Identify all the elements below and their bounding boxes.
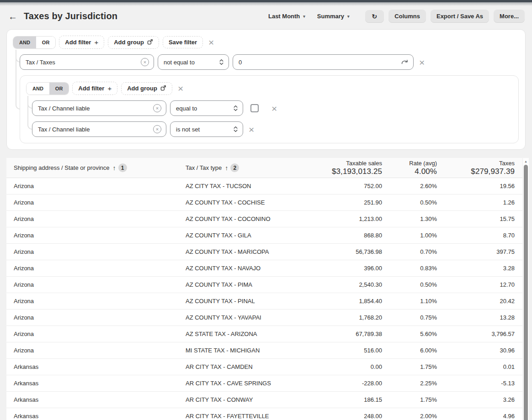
group-operator-toggle: AND OR <box>27 83 69 94</box>
clear-field-icon[interactable]: × <box>141 58 149 66</box>
remove-condition-icon[interactable]: × <box>417 58 426 67</box>
export-save-as-button[interactable]: Export / Save As <box>431 10 489 23</box>
vertical-scrollbar[interactable]: ▲ <box>522 158 529 420</box>
filter-operator-select[interactable]: equal to <box>170 100 243 116</box>
table-row[interactable]: Arizona AZ COUNTY TAX - YAVAPAI 1,768.20… <box>6 310 522 326</box>
table-row[interactable]: Arkansas AR CITY TAX - CONWAY 186.15 1.7… <box>6 392 522 408</box>
cell-taxes: 0.01 <box>437 363 515 370</box>
column-header-state[interactable]: Shipping address / State or province ↑ 1 <box>14 163 186 172</box>
cell-taxable-sales: -228.00 <box>309 380 382 387</box>
table-row[interactable]: Arkansas AR CITY TAX - FAYETTEVILLE 248.… <box>6 408 522 420</box>
table-row[interactable]: Arizona AZ COUNTY TAX - GILA 868.80 1.00… <box>6 227 522 244</box>
filter-field-input[interactable]: Tax / Channel liable × <box>32 121 166 137</box>
operator-and-button[interactable]: AND <box>27 83 49 94</box>
add-filter-button[interactable]: Add filter + <box>59 36 104 49</box>
operator-or-button[interactable]: OR <box>36 37 56 48</box>
column-total: $279,937.39 <box>437 167 515 176</box>
scroll-up-icon[interactable]: ▲ <box>523 158 529 164</box>
table-body: Arizona AZ CITY TAX - TUCSON 752.00 2.60… <box>6 178 522 420</box>
refresh-button[interactable]: ↻ <box>365 10 384 23</box>
cell-taxes: 3,796.57 <box>437 331 515 337</box>
add-group-icon <box>147 39 153 46</box>
table-row[interactable]: Arizona AZ CITY TAX - TUCSON 752.00 2.60… <box>6 178 522 194</box>
cell-rate: 1.10% <box>382 298 437 304</box>
columns-button[interactable]: Columns <box>388 10 426 23</box>
add-group-button[interactable]: Add group <box>121 82 172 95</box>
cell-taxes: 3.28 <box>437 265 515 272</box>
chevron-down-icon: ▾ <box>347 14 350 19</box>
filter-value-input[interactable]: 0 <box>233 54 414 70</box>
cell-tax-type: AR CITY TAX - CAVE SPRINGS <box>186 380 309 387</box>
view-mode-button[interactable]: Summary ▾ <box>314 10 353 22</box>
remove-condition-icon[interactable]: × <box>247 125 256 134</box>
revert-value-icon[interactable] <box>401 59 409 66</box>
plus-icon: + <box>94 38 98 46</box>
clear-field-icon[interactable]: × <box>153 125 161 133</box>
add-group-button[interactable]: Add group <box>108 36 159 49</box>
filter-operator-select[interactable]: is not set <box>170 121 243 137</box>
table-row[interactable]: Arkansas AR CITY TAX - CAVE SPRINGS -228… <box>6 375 522 392</box>
scrollbar-thumb[interactable] <box>524 165 528 420</box>
add-group-label: Add group <box>114 39 144 46</box>
column-header-rate[interactable]: Rate (avg) 4.00% <box>382 160 437 176</box>
add-filter-button[interactable]: Add filter + <box>72 82 117 95</box>
cell-state: Arizona <box>14 199 186 206</box>
table-row[interactable]: Arizona AZ COUNTY TAX - NAVAJO 396.00 0.… <box>6 260 522 277</box>
column-label: Taxable sales <box>309 160 382 167</box>
filter-condition-row: Tax / Channel liable × equal to × <box>32 100 512 116</box>
save-filter-button[interactable]: Save filter <box>163 36 203 48</box>
table-row[interactable]: Arizona AZ COUNTY TAX - MARICOPA 56,736.… <box>6 244 522 260</box>
remove-all-filters-icon[interactable]: × <box>207 37 216 47</box>
remove-group-icon[interactable]: × <box>176 84 185 93</box>
cell-taxable-sales: 752.00 <box>309 183 382 189</box>
cell-state: Arizona <box>14 331 186 337</box>
column-header-taxable-sales[interactable]: Taxable sales $3,193,013.25 <box>309 160 382 176</box>
date-range-button[interactable]: Last Month ▾ <box>265 10 309 22</box>
cell-tax-type: AR CITY TAX - CONWAY <box>186 396 309 403</box>
cell-taxes: 8.70 <box>437 232 515 239</box>
filter-field-input[interactable]: Tax / Channel liable × <box>32 100 166 116</box>
cell-taxable-sales: 2,540.30 <box>309 281 382 288</box>
table-row[interactable]: Arizona AZ COUNTY TAX - PIMA 2,540.30 0.… <box>6 277 522 293</box>
table-row[interactable]: Arizona MI STATE TAX - MICHIGAN 516.00 6… <box>6 342 522 359</box>
cell-taxable-sales: 1,768.20 <box>309 314 382 321</box>
more-button[interactable]: More... <box>494 10 525 23</box>
operator-and-button[interactable]: AND <box>13 37 36 48</box>
cell-taxes: 3.26 <box>437 396 515 403</box>
table-row[interactable]: Arizona AZ COUNTY TAX - COCHISE 251.90 0… <box>6 194 522 211</box>
column-header-taxes[interactable]: Taxes $279,937.39 <box>437 160 515 176</box>
sort-asc-icon: ↑ <box>113 164 116 172</box>
operator-or-button[interactable]: OR <box>49 83 69 94</box>
table-row[interactable]: Arkansas AR CITY TAX - CAMDEN 0.00 1.75%… <box>6 359 522 375</box>
filter-operator-select[interactable]: not equal to <box>158 54 229 70</box>
back-icon[interactable]: ← <box>8 12 17 21</box>
filter-value-checkbox[interactable] <box>250 104 259 112</box>
cell-taxes: 12.70 <box>437 281 515 288</box>
filter-field-value: Tax / Channel liable <box>38 105 90 112</box>
save-filter-label: Save filter <box>169 39 197 46</box>
cell-rate: 0.83% <box>382 265 437 272</box>
filter-field-input[interactable]: Tax / Taxes × <box>20 54 154 70</box>
cell-state: Arizona <box>14 347 186 354</box>
page-header: ← Taxes by Jurisdiction Last Month ▾ Sum… <box>0 6 532 27</box>
select-chevrons-icon <box>219 59 224 65</box>
cell-state: Arizona <box>14 248 186 255</box>
column-header-tax-type[interactable]: Tax / Tax type ↑ 2 <box>186 163 309 172</box>
table-row[interactable]: Arizona AZ COUNTY TAX - COCONINO 1,213.0… <box>6 211 522 227</box>
filter-condition-row: Tax / Taxes × not equal to 0 × <box>20 54 519 70</box>
top-strip-shadow <box>0 2 532 6</box>
chevron-down-icon: ▾ <box>303 14 305 19</box>
group-filter-toolbar: AND OR Add filter + Add group × <box>27 82 512 95</box>
table-row[interactable]: Arizona AZ STATE TAX - ARIZONA 67,789.38… <box>6 326 522 342</box>
cell-taxes: 4.96 <box>437 413 515 420</box>
cell-taxable-sales: 868.80 <box>309 232 382 239</box>
table-row[interactable]: Arizona AZ COUNTY TAX - PINAL 1,854.40 1… <box>6 293 522 310</box>
cell-tax-type: AZ CITY TAX - TUCSON <box>186 183 309 189</box>
cell-rate: 2.25% <box>382 380 437 387</box>
remove-condition-icon[interactable]: × <box>270 104 279 113</box>
root-filter-toolbar: AND OR Add filter + Add group Save filte… <box>13 36 519 49</box>
clear-field-icon[interactable]: × <box>153 104 161 112</box>
cell-state: Arizona <box>14 281 186 288</box>
cell-rate: 2.00% <box>382 413 437 420</box>
cell-rate: 0.75% <box>382 314 437 321</box>
